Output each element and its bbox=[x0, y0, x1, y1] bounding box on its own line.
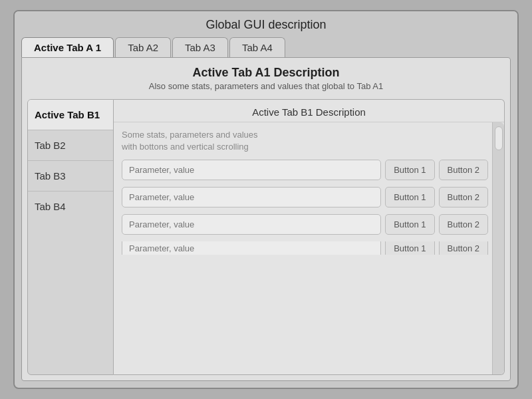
tab-a-bar: Active Tab A 1 Tab A2 Tab A3 Tab A4 bbox=[15, 37, 517, 57]
param-input-3[interactable] bbox=[122, 214, 381, 235]
param-btn2-row3[interactable]: Button 2 bbox=[439, 214, 488, 235]
param-input-1[interactable] bbox=[122, 160, 381, 180]
content-a: Active Tab A1 Description Also some stat… bbox=[21, 57, 511, 381]
tab-a3[interactable]: Tab A3 bbox=[172, 37, 228, 57]
param-row-2: Button 1 Button 2 bbox=[122, 187, 488, 207]
param-btn1-row4[interactable]: Button 1 bbox=[385, 241, 434, 255]
scrollbar-thumb[interactable] bbox=[495, 126, 503, 150]
param-row-4-partial: Button 1 Button 2 bbox=[122, 241, 488, 255]
tab-b2[interactable]: Tab B2 bbox=[28, 130, 113, 161]
content-a-title: Active Tab A1 Description bbox=[29, 66, 503, 80]
param-btn1-row2[interactable]: Button 1 bbox=[385, 187, 434, 207]
tab-b4[interactable]: Tab B4 bbox=[28, 192, 113, 221]
tab-b1[interactable]: Active Tab B1 bbox=[28, 100, 113, 130]
global-title: Global GUI description bbox=[15, 11, 517, 37]
content-b-body: Some stats, parameters and values with b… bbox=[114, 122, 504, 374]
param-btn1-row1[interactable]: Button 1 bbox=[385, 160, 434, 180]
content-a-subtitle: Also some stats, parameters and values t… bbox=[29, 81, 503, 91]
param-row-3: Button 1 Button 2 bbox=[122, 214, 488, 235]
content-b-title: Active Tab B1 Description bbox=[114, 100, 504, 122]
outer-container: Global GUI description Active Tab A 1 Ta… bbox=[13, 10, 519, 389]
param-btn1-row3[interactable]: Button 1 bbox=[385, 214, 434, 235]
tab-b-sidebar: Active Tab B1 Tab B2 Tab B3 Tab B4 bbox=[27, 99, 114, 375]
tab-a2[interactable]: Tab A2 bbox=[115, 37, 171, 57]
tab-a4[interactable]: Tab A4 bbox=[229, 37, 285, 57]
scrollbar-track[interactable] bbox=[492, 122, 504, 374]
tab-b3[interactable]: Tab B3 bbox=[28, 161, 113, 192]
param-btn2-row1[interactable]: Button 2 bbox=[439, 160, 488, 180]
param-input-4[interactable] bbox=[122, 241, 381, 255]
content-a-header: Active Tab A1 Description Also some stat… bbox=[22, 58, 510, 94]
content-b-scroll: Some stats, parameters and values with b… bbox=[114, 122, 492, 374]
tab-a1[interactable]: Active Tab A 1 bbox=[21, 37, 114, 57]
param-btn2-row4[interactable]: Button 2 bbox=[439, 241, 488, 255]
param-btn2-row2[interactable]: Button 2 bbox=[439, 187, 488, 207]
content-b-desc: Some stats, parameters and values with b… bbox=[122, 129, 488, 153]
param-row-1: Button 1 Button 2 bbox=[122, 160, 488, 180]
content-b: Active Tab B1 Description Some stats, pa… bbox=[114, 99, 505, 375]
content-a-body: Active Tab B1 Tab B2 Tab B3 Tab B4 Activ… bbox=[27, 99, 505, 375]
param-input-2[interactable] bbox=[122, 187, 381, 207]
